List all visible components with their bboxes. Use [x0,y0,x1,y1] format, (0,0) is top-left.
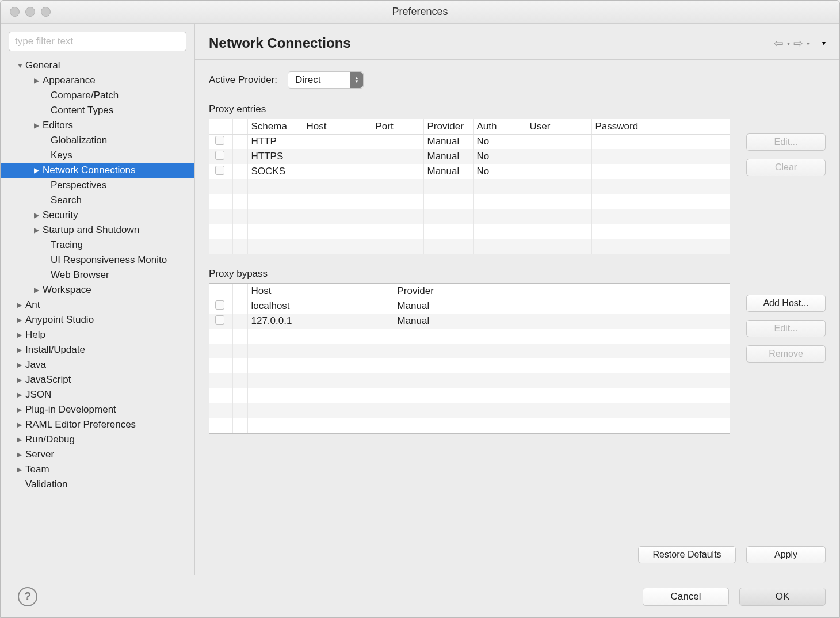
cancel-button[interactable]: Cancel [643,588,729,606]
tree-item-network-connections[interactable]: ▶Network Connections [1,163,194,178]
tree-item-compare-patch[interactable]: Compare/Patch [1,88,194,103]
tree-item-startup-and-shutdown[interactable]: ▶Startup and Shutdown [1,223,194,238]
tree-item-general[interactable]: ▼General [1,58,194,73]
disclosure-icon: ▶ [17,451,24,459]
column-header[interactable] [209,284,232,299]
tree-item-help[interactable]: ▶Help [1,327,194,342]
tree-item-label: Appearance [43,75,96,86]
checkbox[interactable] [215,136,224,145]
disclosure-icon: ▶ [34,121,41,129]
tree-item-java[interactable]: ▶Java [1,357,194,372]
tree-item-search[interactable]: Search [1,193,194,208]
filter-input[interactable] [9,32,186,51]
column-header[interactable]: Schema [247,119,303,134]
column-header[interactable] [540,284,730,299]
tree-item-label: Server [25,449,54,460]
forward-menu-icon[interactable]: ▾ [807,40,810,47]
proxy-bypass-section: HostProviderlocalhostManual127.0.0.1Manu… [209,283,826,434]
apply-button[interactable]: Apply [746,546,826,563]
main-body: Active Provider: Direct ▲▼ Proxy entries… [195,60,839,540]
active-provider-select[interactable]: Direct ▲▼ [288,71,364,89]
cell-password [591,149,730,164]
tree-item-javascript[interactable]: ▶JavaScript [1,372,194,387]
preferences-tree[interactable]: ▼General▶AppearanceCompare/PatchContent … [1,57,194,575]
disclosure-icon: ▶ [17,361,24,369]
tree-item-label: Network Connections [43,165,136,176]
tree-item-plug-in-development[interactable]: ▶Plug-in Development [1,402,194,417]
table-row[interactable]: HTTPSManualNo [209,149,730,164]
tree-item-appearance[interactable]: ▶Appearance [1,73,194,88]
proxy-bypass-table[interactable]: HostProviderlocalhostManual127.0.0.1Manu… [209,283,730,434]
zoom-icon[interactable] [41,7,51,17]
table-row[interactable]: localhostManual [209,299,730,314]
tree-item-validation[interactable]: Validation [1,477,194,492]
tree-item-security[interactable]: ▶Security [1,208,194,223]
help-icon[interactable]: ? [18,587,37,606]
tree-item-team[interactable]: ▶Team [1,462,194,477]
column-header[interactable]: Provider [423,119,473,134]
restore-defaults-button[interactable]: Restore Defaults [638,546,736,563]
checkbox[interactable] [215,151,224,160]
forward-icon[interactable]: ⇨ [793,36,803,50]
column-header[interactable]: Password [591,119,730,134]
tree-item-globalization[interactable]: Globalization [1,133,194,148]
proxy-entries-buttons: Edit... Clear [746,119,826,254]
edit-bypass-button[interactable]: Edit... [746,320,826,337]
tree-item-keys[interactable]: Keys [1,148,194,163]
column-header[interactable]: Host [303,119,372,134]
back-menu-icon[interactable]: ▾ [787,40,790,47]
main-header: Network Connections ⇦ ▾ ⇨ ▾ ▾ [195,24,839,60]
tree-item-workspace[interactable]: ▶Workspace [1,283,194,297]
column-header[interactable]: Auth [473,119,526,134]
tree-item-ant[interactable]: ▶Ant [1,297,194,312]
tree-item-server[interactable]: ▶Server [1,447,194,462]
table-row [209,388,730,403]
tree-item-install-update[interactable]: ▶Install/Update [1,342,194,357]
table-row[interactable]: SOCKSManualNo [209,164,730,179]
page-menu-icon[interactable]: ▾ [822,39,826,47]
proxy-bypass-buttons: Add Host... Edit... Remove [746,283,826,434]
cell-password [591,134,730,149]
table-row[interactable]: HTTPManualNo [209,134,730,149]
column-header[interactable] [232,119,247,134]
sidebar: ▼General▶AppearanceCompare/PatchContent … [1,24,195,575]
table-row [209,179,730,194]
column-header[interactable] [232,284,247,299]
minimize-icon[interactable] [25,7,35,17]
tree-item-perspectives[interactable]: Perspectives [1,178,194,193]
column-header[interactable]: User [526,119,591,134]
tree-item-web-browser[interactable]: Web Browser [1,268,194,283]
add-host-button[interactable]: Add Host... [746,295,826,312]
disclosure-icon: ▶ [17,376,24,384]
tree-item-label: Validation [25,479,67,490]
column-header[interactable]: Port [372,119,423,134]
tree-item-json[interactable]: ▶JSON [1,387,194,402]
cell-auth: No [473,164,526,179]
proxy-entries-table[interactable]: SchemaHostPortProviderAuthUserPasswordHT… [209,119,730,254]
cell-schema: SOCKS [247,164,303,179]
table-row [209,373,730,388]
tree-item-label: JavaScript [25,374,71,386]
tree-item-run-debug[interactable]: ▶Run/Debug [1,432,194,447]
tree-item-raml-editor-preferences[interactable]: ▶RAML Editor Preferences [1,417,194,432]
column-header[interactable]: Provider [394,284,540,299]
ok-button[interactable]: OK [739,588,826,606]
tree-item-content-types[interactable]: Content Types [1,103,194,118]
tree-item-tracing[interactable]: Tracing [1,238,194,253]
remove-bypass-button[interactable]: Remove [746,345,826,363]
tree-item-editors[interactable]: ▶Editors [1,118,194,133]
table-row[interactable]: 127.0.0.1Manual [209,314,730,329]
clear-proxy-button[interactable]: Clear [746,159,826,176]
close-icon[interactable] [10,7,20,17]
checkbox[interactable] [215,315,224,325]
tree-item-anypoint-studio[interactable]: ▶Anypoint Studio [1,312,194,327]
column-header[interactable]: Host [247,284,394,299]
edit-proxy-button[interactable]: Edit... [746,133,826,151]
column-header[interactable] [209,119,232,134]
titlebar: Preferences [1,1,839,24]
checkbox[interactable] [215,166,224,175]
back-icon[interactable]: ⇦ [774,36,784,50]
cell-user [526,149,591,164]
tree-item-ui-responsiveness-monito[interactable]: UI Responsiveness Monito [1,253,194,268]
checkbox[interactable] [215,300,224,310]
